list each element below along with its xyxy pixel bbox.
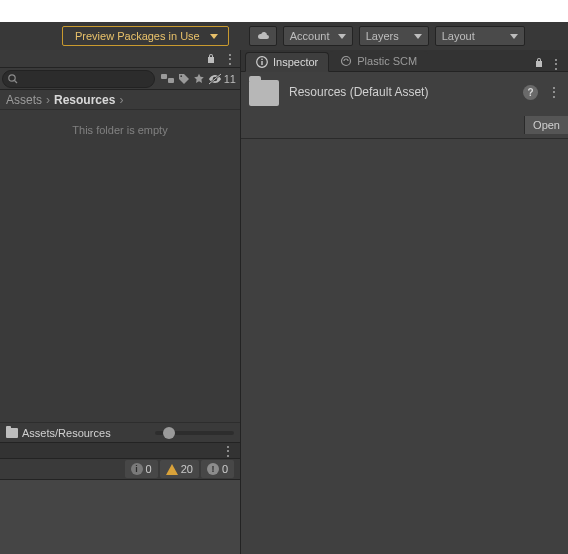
inspector-header: Resources (Default Asset) ? ⋮	[241, 72, 568, 116]
chevron-down-icon	[210, 34, 218, 39]
folder-icon	[249, 80, 279, 106]
svg-line-1	[15, 80, 18, 83]
asset-title: Resources (Default Asset)	[289, 85, 428, 99]
console-errors[interactable]: ! 0	[201, 460, 234, 478]
svg-rect-2	[161, 74, 167, 79]
open-label: Open	[533, 119, 560, 131]
lower-panel	[0, 480, 240, 554]
tab-plastic-scm[interactable]: Plastic SCM	[329, 51, 428, 71]
layers-label: Layers	[366, 30, 399, 42]
warning-icon	[166, 464, 178, 475]
thumbnail-size-slider[interactable]	[155, 431, 234, 435]
account-dropdown[interactable]: Account	[283, 26, 353, 46]
preview-packages-label: Preview Packages in Use	[75, 30, 200, 42]
breadcrumb-current[interactable]: Resources	[54, 93, 115, 107]
console-status-bar: i 0 20 ! 0	[0, 458, 240, 480]
filter-by-label-icon[interactable]	[178, 73, 190, 85]
folder-path-row: Assets/Resources	[0, 422, 240, 442]
panel-menu-icon[interactable]: ⋮	[548, 85, 560, 99]
chevron-down-icon	[338, 34, 346, 39]
inspector-body	[241, 139, 568, 554]
favorite-icon[interactable]	[193, 73, 205, 85]
lock-icon[interactable]	[534, 57, 544, 71]
help-icon[interactable]: ?	[523, 85, 538, 100]
slider-thumb[interactable]	[163, 427, 175, 439]
svg-rect-9	[261, 59, 262, 60]
tab-plastic-label: Plastic SCM	[357, 55, 417, 67]
svg-point-4	[180, 75, 182, 77]
breadcrumb-root[interactable]: Assets	[6, 93, 42, 107]
info-icon	[256, 56, 268, 68]
warning-count: 20	[181, 463, 193, 475]
plastic-icon	[340, 55, 352, 67]
account-label: Account	[290, 30, 330, 42]
panel-menu-icon[interactable]: ⋮	[222, 444, 234, 458]
open-row: Open	[241, 116, 568, 139]
tab-inspector[interactable]: Inspector	[245, 52, 329, 72]
chevron-down-icon	[510, 34, 518, 39]
tab-bar: Inspector Plastic SCM ⋮	[241, 50, 568, 72]
tab-inspector-label: Inspector	[273, 56, 318, 68]
layout-label: Layout	[442, 30, 475, 42]
chevron-right-icon: ›	[119, 93, 123, 107]
panel-footer: ⋮	[0, 442, 240, 458]
project-search-row: 11	[0, 68, 240, 90]
search-input[interactable]	[2, 70, 155, 88]
chevron-down-icon	[414, 34, 422, 39]
chevron-right-icon: ›	[46, 93, 50, 107]
project-panel: ⋮	[0, 50, 241, 554]
panel-menu-icon[interactable]: ⋮	[550, 57, 562, 71]
console-info[interactable]: i 0	[125, 460, 158, 478]
top-white-bar	[0, 0, 568, 22]
console-warnings[interactable]: 20	[160, 460, 199, 478]
preview-packages-button[interactable]: Preview Packages in Use	[62, 26, 229, 46]
panel-menu-icon[interactable]: ⋮	[222, 52, 236, 66]
hidden-count: 11	[224, 73, 236, 85]
eye-off-icon	[208, 73, 222, 85]
cloud-button[interactable]	[249, 26, 277, 46]
hidden-toggle[interactable]: 11	[208, 73, 236, 85]
error-count: 0	[222, 463, 228, 475]
lock-icon[interactable]	[206, 53, 218, 64]
svg-point-0	[9, 74, 15, 80]
svg-point-10	[342, 57, 351, 66]
layout-dropdown[interactable]: Layout	[435, 26, 525, 46]
folder-icon	[6, 428, 18, 438]
info-count: 0	[146, 463, 152, 475]
folder-contents[interactable]: This folder is empty	[0, 110, 240, 422]
svg-rect-8	[261, 61, 262, 65]
main-toolbar: Preview Packages in Use Account Layers L…	[0, 22, 568, 50]
error-icon: !	[207, 463, 219, 475]
info-icon: i	[131, 463, 143, 475]
folder-path: Assets/Resources	[22, 427, 111, 439]
empty-message: This folder is empty	[72, 124, 167, 136]
open-button[interactable]: Open	[524, 116, 568, 134]
breadcrumb: Assets › Resources ›	[0, 90, 240, 110]
panel-header: ⋮	[0, 50, 240, 68]
filter-by-type-icon[interactable]	[161, 73, 175, 85]
svg-rect-3	[168, 78, 174, 83]
inspector-panel: Inspector Plastic SCM ⋮ Resources (Defau…	[241, 50, 568, 554]
layers-dropdown[interactable]: Layers	[359, 26, 429, 46]
